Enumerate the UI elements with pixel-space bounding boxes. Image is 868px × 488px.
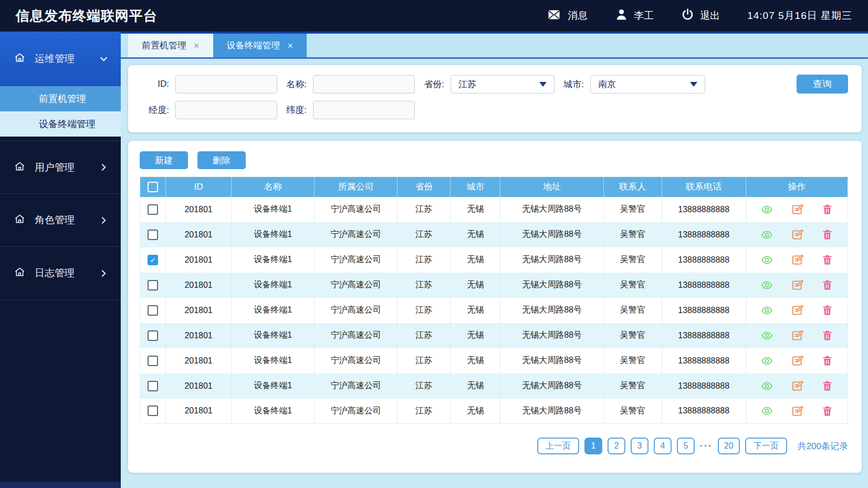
main-content: 前置机管理 × 设备终端管理 × ID: 名称: xyxy=(121,32,868,488)
last-page-button[interactable]: 20 xyxy=(718,438,740,454)
page-button[interactable]: 3 xyxy=(631,438,649,454)
name-label: 名称: xyxy=(277,78,307,90)
page-button[interactable]: 1 xyxy=(584,438,602,454)
page-button[interactable]: 5 xyxy=(677,438,695,454)
table-row: 201801 设备终端1 宁沪高速公司 江苏 无锡 无锡大周路88号 吴警官 1… xyxy=(140,247,848,273)
query-button[interactable]: 查询 xyxy=(797,75,848,94)
chevron-right-icon xyxy=(99,216,108,225)
sidebar-item-frontend-mgmt[interactable]: 前置机管理 xyxy=(0,86,121,111)
sidebar-item-operations[interactable]: 运维管理 xyxy=(0,32,121,86)
row-checkbox[interactable] xyxy=(148,305,158,316)
cell-phone: 13888888888 xyxy=(662,197,746,222)
table-row: 201801 设备终端1 宁沪高速公司 江苏 无锡 无锡大周路88号 吴警官 1… xyxy=(140,323,848,348)
delete-icon[interactable] xyxy=(821,380,833,392)
cell-contact: 吴警官 xyxy=(603,197,662,222)
edit-icon[interactable] xyxy=(791,279,803,291)
row-checkbox[interactable] xyxy=(148,381,158,391)
name-input[interactable] xyxy=(313,75,415,94)
sidebar-item-user-mgmt[interactable]: 用户管理 xyxy=(0,141,121,194)
latitude-input[interactable] xyxy=(313,101,415,119)
id-input[interactable] xyxy=(175,75,277,94)
delete-icon[interactable] xyxy=(821,304,833,316)
edit-icon[interactable] xyxy=(791,405,803,417)
page-button[interactable]: 4 xyxy=(654,438,672,454)
cell-company: 宁沪高速公司 xyxy=(315,373,398,399)
row-actions xyxy=(746,329,848,341)
home-icon xyxy=(14,51,26,66)
row-checkbox[interactable] xyxy=(148,255,158,265)
city-select[interactable]: 南京 xyxy=(590,75,705,94)
view-icon[interactable] xyxy=(760,405,773,417)
new-button[interactable]: 新建 xyxy=(140,151,188,169)
cell-city: 无锡 xyxy=(451,399,500,424)
edit-icon[interactable] xyxy=(791,355,803,367)
select-all-checkbox[interactable] xyxy=(148,182,158,192)
longitude-input[interactable] xyxy=(175,101,277,119)
prev-page-button[interactable]: 上一页 xyxy=(537,438,579,454)
edit-icon[interactable] xyxy=(791,203,803,215)
cell-contact: 吴警官 xyxy=(603,323,662,348)
delete-button[interactable]: 删除 xyxy=(197,151,246,169)
row-checkbox[interactable] xyxy=(148,356,158,366)
edit-icon[interactable] xyxy=(791,329,803,341)
edit-icon[interactable] xyxy=(791,380,803,392)
edit-icon[interactable] xyxy=(791,229,803,241)
row-actions xyxy=(746,279,848,291)
view-icon[interactable] xyxy=(760,380,773,392)
row-checkbox[interactable] xyxy=(148,230,158,240)
delete-icon[interactable] xyxy=(821,254,833,266)
cell-address: 无锡大周路88号 xyxy=(500,399,603,424)
page-button[interactable]: 2 xyxy=(608,438,625,454)
cell-address: 无锡大周路88号 xyxy=(500,298,603,323)
tab-device-terminal-mgmt[interactable]: 设备终端管理 × xyxy=(213,34,307,57)
edit-icon[interactable] xyxy=(791,254,803,266)
view-icon[interactable] xyxy=(760,254,773,266)
sidebar-item-log-mgmt[interactable]: 日志管理 xyxy=(0,247,121,300)
view-icon[interactable] xyxy=(760,229,773,241)
delete-icon[interactable] xyxy=(821,329,833,341)
edit-icon[interactable] xyxy=(791,304,803,316)
view-icon[interactable] xyxy=(760,204,773,215)
tab-frontend-mgmt[interactable]: 前置机管理 × xyxy=(128,34,213,57)
close-icon[interactable]: × xyxy=(288,41,294,50)
view-icon[interactable] xyxy=(760,330,773,341)
cell-company: 宁沪高速公司 xyxy=(315,298,398,323)
user-menu[interactable]: 李工 xyxy=(615,8,654,24)
next-page-button[interactable]: 下一页 xyxy=(745,438,787,454)
cell-name: 设备终端1 xyxy=(232,222,315,247)
row-checkbox[interactable] xyxy=(148,204,158,215)
cell-city: 无锡 xyxy=(451,222,500,247)
sidebar-item-device-terminal-mgmt[interactable]: 设备终端管理 xyxy=(0,111,121,137)
view-icon[interactable] xyxy=(760,355,773,367)
messages-button[interactable]: 消息 xyxy=(546,8,588,24)
field-city: 城市: 南京 xyxy=(555,75,705,94)
cell-company: 宁沪高速公司 xyxy=(315,323,398,348)
delete-icon[interactable] xyxy=(821,203,833,215)
row-checkbox[interactable] xyxy=(148,280,158,290)
pagination: 上一页 12345 ··· 20 下一页 共200条记录 xyxy=(140,438,848,454)
delete-icon[interactable] xyxy=(821,279,833,291)
cell-id: 201801 xyxy=(166,323,232,348)
user-name: 李工 xyxy=(634,9,654,23)
cell-phone: 13888888888 xyxy=(662,222,746,247)
view-icon[interactable] xyxy=(760,279,773,291)
cell-phone: 13888888888 xyxy=(662,373,746,399)
page-title: 信息发布终端联网平台 xyxy=(16,7,158,25)
row-checkbox[interactable] xyxy=(148,406,158,416)
cell-address: 无锡大周路88号 xyxy=(500,348,603,373)
view-icon[interactable] xyxy=(760,305,773,316)
header-right: 消息 李工 退出 14:07 5月16日 星期三 xyxy=(546,8,852,24)
delete-icon[interactable] xyxy=(821,355,833,367)
cell-city: 无锡 xyxy=(451,373,500,399)
pagination-ellipsis: ··· xyxy=(700,441,713,452)
province-select[interactable]: 江苏 xyxy=(451,75,555,94)
row-checkbox[interactable] xyxy=(148,330,158,341)
row-actions xyxy=(746,405,848,417)
delete-icon[interactable] xyxy=(821,229,833,241)
delete-icon[interactable] xyxy=(821,405,833,417)
cell-company: 宁沪高速公司 xyxy=(315,348,398,373)
logout-button[interactable]: 退出 xyxy=(681,8,720,24)
sidebar-item-role-mgmt[interactable]: 角色管理 xyxy=(0,194,121,247)
cell-phone: 13888888888 xyxy=(662,273,746,298)
close-icon[interactable]: × xyxy=(194,41,200,50)
